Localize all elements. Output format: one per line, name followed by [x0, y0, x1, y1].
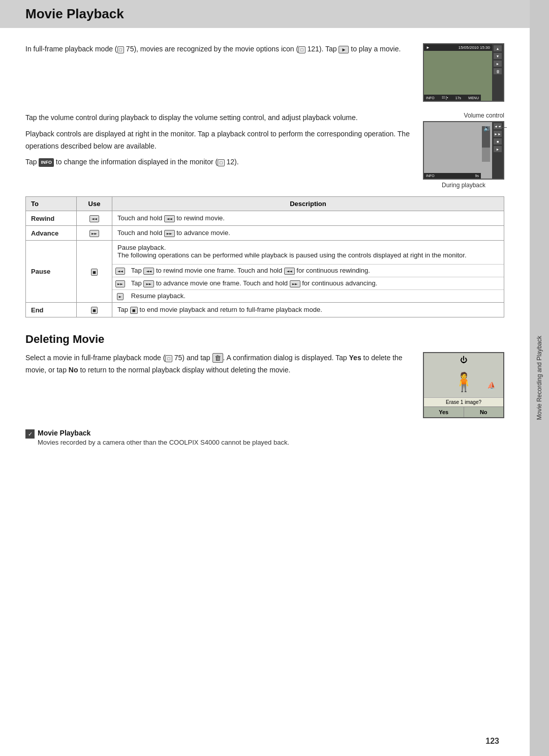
- screen-timestamp: 15/05/2010 15:30: [459, 45, 490, 50]
- volume-text: Tap the volume control during playback t…: [25, 112, 413, 189]
- sailboat-icon: ⛵: [487, 382, 496, 390]
- volume-section: Tap the volume control during playback t…: [25, 112, 504, 189]
- power-icon: ⏻: [460, 356, 467, 364]
- screen-play-indicator: ►: [426, 45, 430, 50]
- volume-paragraph2: Playback controls are displayed at right…: [25, 128, 413, 153]
- row-advance-to: Advance: [26, 226, 77, 241]
- v-ctrl-btn-3[interactable]: ■: [494, 138, 502, 144]
- delete-dialog-buttons: Yes No: [424, 406, 503, 417]
- deleting-content: Select a movie in full-frame playback mo…: [25, 352, 504, 418]
- sub-advance-desc: Tap ►► to advance movie one frame. Touch…: [128, 277, 504, 290]
- delete-dialog-illustration: 🧍 ⛵: [424, 366, 503, 397]
- row-end-use: ■: [77, 303, 112, 317]
- delete-btn[interactable]: 🗑: [494, 68, 502, 74]
- no-text: No: [69, 366, 78, 374]
- scroll-down-btn[interactable]: ▼: [494, 53, 502, 59]
- sub-row-resume: ► Resume playback.: [112, 290, 504, 303]
- deleting-text: Select a movie in full-frame playback mo…: [25, 352, 413, 418]
- note-title: Movie Playback: [38, 429, 90, 437]
- table-row-end: End ■ Tap ■ to end movie playback and re…: [26, 303, 504, 317]
- v-ctrl-btn-1[interactable]: ◄◄: [494, 123, 502, 129]
- screen-right-controls: ▲ ▼ ► 🗑: [492, 44, 503, 101]
- person-illustration: 🧍 ⛵: [452, 373, 475, 391]
- volume-info-label: INFO: [426, 174, 435, 178]
- sub-rewind-icon: ◄◄: [112, 265, 128, 277]
- sub-row-advance: ►► Tap ►► to advance movie one frame. To…: [112, 277, 504, 290]
- right-tab: Movie Recording and Playback: [530, 0, 549, 756]
- delete-dialog-box: ⏻ 🧍 ⛵ Erase 1 image? Yes: [423, 352, 504, 418]
- sub-resume-icon: ►: [112, 290, 128, 303]
- volume-speaker-icon: 🔊: [483, 125, 491, 132]
- screen-menu-label: MENU: [468, 96, 479, 100]
- screen-mode-indicator: ☷ [•: [442, 96, 448, 100]
- during-playback-label: During playback: [423, 182, 504, 189]
- sub-resume-desc: Resume playback.: [128, 290, 504, 303]
- row-rewind-desc: Touch and hold ◄◄ to rewind movie.: [112, 211, 504, 226]
- yes-text: Yes: [349, 354, 361, 362]
- screen-info-label: INFO: [426, 96, 435, 100]
- row-rewind-use: ◄◄: [77, 211, 112, 226]
- play-btn[interactable]: ►: [494, 61, 502, 67]
- v-ctrl-btn-2[interactable]: ►►: [494, 131, 502, 137]
- volume-bottom-bar: INFO 9s: [424, 173, 481, 179]
- page-title: Movie Playback: [25, 6, 504, 22]
- rewind-icon: ◄◄: [89, 215, 99, 222]
- sub-rewind-desc: Tap ◄◄ to rewind movie one frame. Touch …: [128, 265, 504, 277]
- right-tab-text: Movie Recording and Playback: [536, 336, 543, 420]
- deleting-section: Deleting Movie Select a movie in full-fr…: [25, 333, 504, 418]
- note-box: ✓ Movie Playback Movies recorded by a ca…: [25, 428, 504, 448]
- delete-dialog-message: Erase 1 image?: [424, 397, 503, 406]
- row-rewind-to: Rewind: [26, 211, 77, 226]
- note-text: Movies recorded by a camera other than t…: [38, 438, 289, 448]
- note-content: Movie Playback Movies recorded by a came…: [38, 428, 289, 448]
- info-paragraph: Tap INFO to change the information displ…: [25, 156, 413, 167]
- row-pause-to: Pause: [26, 241, 77, 303]
- main-content: Movie Playback In full-frame playback mo…: [0, 0, 530, 756]
- person-icon: 🧍: [452, 373, 475, 391]
- table-header-to: To: [26, 197, 77, 211]
- scroll-up-btn[interactable]: ▲: [494, 45, 502, 51]
- table-row-rewind: Rewind ◄◄ Touch and hold ◄◄ to rewind mo…: [26, 211, 504, 226]
- row-pause-use: ■: [77, 241, 112, 303]
- rewind-icon-inline: ◄◄: [164, 215, 175, 222]
- table-row-pause: Pause ■ Pause playback. The following op…: [26, 241, 504, 303]
- volume-duration: 9s: [475, 174, 479, 178]
- end-icon: ■: [91, 307, 98, 314]
- advance-icon: ►►: [89, 230, 99, 237]
- pause-desc-main: Pause playback. The following operations…: [112, 241, 504, 261]
- intro-paragraph: In full-frame playback mode (□ 75), movi…: [25, 43, 413, 102]
- intro-section: In full-frame playback mode (□ 75), movi…: [25, 43, 504, 102]
- volume-paragraph1: Tap the volume control during playback t…: [25, 112, 413, 124]
- table-header-description: Description: [112, 197, 504, 211]
- row-advance-use: ►►: [77, 226, 112, 241]
- delete-dialog-top: ⏻: [424, 353, 503, 366]
- row-pause-desc: Pause playback. The following operations…: [112, 241, 504, 303]
- volume-diagram: Volume control 🔊 INFO 9s: [423, 112, 504, 189]
- page-header: Movie Playback: [0, 0, 530, 28]
- volume-screen-main: 🔊 INFO 9s: [424, 122, 492, 179]
- volume-screen-right-controls: ◄◄ ►► ■ ►: [492, 122, 503, 179]
- yes-button[interactable]: Yes: [424, 407, 464, 417]
- pause-icon: ■: [91, 269, 98, 276]
- pause-sub-table: ◄◄ Tap ◄◄ to rewind movie one frame. Tou…: [112, 264, 504, 302]
- row-end-desc: Tap ■ to end movie playback and return t…: [112, 303, 504, 317]
- info-badge: INFO: [39, 158, 54, 166]
- screen-duration: 17s: [455, 96, 461, 100]
- volume-screen: 🔊 INFO 9s ◄◄ ►► ■ ►: [423, 121, 504, 180]
- no-button[interactable]: No: [464, 407, 504, 417]
- table-header-use: Use: [77, 197, 112, 211]
- page-number: 123: [485, 737, 499, 746]
- sub-advance-icon: ►►: [112, 277, 128, 290]
- delete-dialog: ⏻ 🧍 ⛵ Erase 1 image? Yes: [423, 352, 504, 418]
- v-ctrl-btn-4[interactable]: ►: [494, 146, 502, 152]
- volume-control-label: Volume control: [423, 112, 504, 119]
- camera-screen-intro: ► 15/05/2010 15:30 0010.AVI INFO ☷ [• 17…: [423, 43, 504, 102]
- playback-table: To Use Description Rewind ◄◄ Touch and h…: [25, 196, 504, 317]
- row-end-to: End: [26, 303, 77, 317]
- note-checkmark-icon: ✓: [25, 429, 35, 439]
- volume-bar-level: [482, 148, 490, 162]
- sub-row-rewind: ◄◄ Tap ◄◄ to rewind movie one frame. Tou…: [112, 265, 504, 277]
- row-advance-desc: Touch and hold ►► to advance movie.: [112, 226, 504, 241]
- deleting-heading: Deleting Movie: [25, 333, 504, 346]
- erase-message: Erase 1 image?: [446, 399, 481, 405]
